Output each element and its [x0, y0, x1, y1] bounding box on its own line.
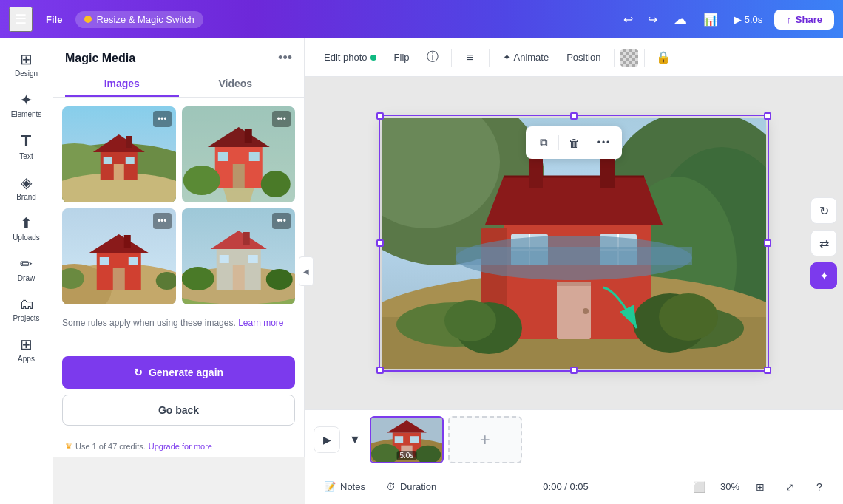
duration-button[interactable]: ▶ 5.0s: [728, 11, 769, 28]
animate-icon: ✦: [503, 52, 511, 63]
lock-button[interactable]: 🔒: [651, 45, 676, 70]
sidebar-item-design[interactable]: ⊞ Design: [3, 44, 50, 84]
save-icon[interactable]: ☁: [668, 8, 693, 30]
svg-rect-57: [529, 158, 543, 188]
filmstrip-item-1[interactable]: 5.0s: [370, 416, 444, 463]
panel-title: Magic Media: [65, 52, 135, 65]
undo-button[interactable]: ↩: [619, 10, 637, 30]
image-card-3[interactable]: •••: [62, 208, 176, 304]
refresh-icon: ↻: [819, 204, 829, 218]
arrow-pointer: [596, 284, 655, 343]
sidebar-item-elements[interactable]: ✦ Elements: [3, 85, 50, 124]
image-card-3-more[interactable]: •••: [153, 213, 172, 229]
generate-again-button[interactable]: ↻ Generate again: [62, 356, 295, 389]
menu-icon[interactable]: ☰: [9, 7, 33, 32]
svg-rect-8: [104, 157, 112, 164]
fab-divider: [558, 135, 559, 150]
text-icon: T: [21, 132, 31, 151]
sidebar-label-projects: Projects: [13, 314, 39, 322]
image-card-2-more[interactable]: •••: [272, 111, 291, 127]
share-button[interactable]: ↑ Share: [774, 10, 834, 30]
position-label: Position: [566, 52, 600, 63]
filmstrip-add-button[interactable]: Add page +: [448, 416, 522, 463]
svg-rect-81: [395, 436, 404, 443]
panel-buttons: ↻ Generate again Go back: [53, 347, 304, 435]
more-icon: •••: [597, 137, 612, 148]
info-button[interactable]: ⓘ: [420, 45, 445, 70]
topbar: ☰ File Resize & Magic Switch ↩ ↪ ☁ 📊 ▶ 5…: [0, 0, 843, 38]
analytics-icon[interactable]: 📊: [699, 10, 722, 30]
tab-images[interactable]: Images: [65, 72, 179, 97]
more-options-button[interactable]: •••: [592, 131, 616, 154]
help-button[interactable]: ?: [808, 475, 831, 499]
image-card-1[interactable]: •••: [62, 106, 176, 202]
menu-button[interactable]: ≡: [458, 45, 483, 70]
canvas-viewport[interactable]: ⧉ 🗑 ••• ↻ ⇄: [305, 77, 843, 409]
svg-rect-82: [410, 436, 419, 443]
learn-more-link[interactable]: Learn more: [238, 318, 283, 328]
play-icon: ▶: [734, 14, 742, 25]
duration-label: 5.0s: [745, 14, 763, 25]
expand-button[interactable]: ⤢: [778, 475, 802, 499]
svg-rect-37: [243, 232, 249, 245]
svg-rect-38: [232, 265, 244, 290]
apps-icon: ⊞: [20, 336, 33, 353]
animate-button[interactable]: ✦ Animate: [495, 47, 557, 67]
duplicate-button[interactable]: ⧉: [532, 131, 555, 154]
panel-collapse-button[interactable]: ◀: [299, 256, 314, 286]
timeline: ▶ ▼: [305, 409, 843, 469]
redo-button[interactable]: ↪: [643, 10, 662, 30]
upgrade-link[interactable]: Upgrade for more: [149, 442, 212, 451]
image-card-1-more[interactable]: •••: [153, 111, 172, 127]
sidebar-item-brand[interactable]: ◈ Brand: [3, 168, 50, 207]
flip-label: Flip: [394, 52, 410, 63]
grid-button[interactable]: ⊞: [748, 475, 772, 499]
delete-button[interactable]: 🗑: [562, 131, 586, 154]
resize-magic-button[interactable]: Resize & Magic Switch: [75, 11, 203, 28]
edit-photo-label: Edit photo: [324, 52, 368, 63]
svg-point-72: [659, 293, 718, 341]
svg-rect-74: [456, 247, 692, 265]
image-card-4-more[interactable]: •••: [272, 213, 291, 229]
projects-icon: 🗂: [19, 296, 34, 313]
notes-button[interactable]: 📝 Notes: [316, 477, 373, 497]
elements-icon: ✦: [20, 91, 33, 109]
sidebar-item-draw[interactable]: ✏ Draw: [3, 249, 50, 288]
edit-photo-button[interactable]: Edit photo: [316, 47, 384, 67]
position-button[interactable]: Position: [559, 47, 608, 67]
sidebar-label-text: Text: [19, 152, 33, 160]
play-icon: ▶: [323, 434, 331, 446]
sidebar-item-text[interactable]: T Text: [3, 126, 50, 166]
swap-button[interactable]: ⇄: [810, 230, 837, 256]
crown-icon: ♛: [65, 441, 72, 451]
screen-button[interactable]: ⬜: [688, 475, 711, 499]
play-button[interactable]: ▶: [314, 426, 340, 453]
page-toggle-button[interactable]: ▼: [346, 430, 364, 449]
panel-more-button[interactable]: •••: [278, 50, 292, 66]
refresh-button[interactable]: ↻: [810, 197, 837, 224]
duration-button[interactable]: ⏱ Duration: [379, 477, 444, 497]
resize-magic-label: Resize & Magic Switch: [96, 14, 194, 25]
bottom-bar: 📝 Notes ⏱ Duration 0:00 / 0:05 ⬜ 30% ⊞ ⤢…: [305, 469, 843, 504]
sidebar-item-projects[interactable]: 🗂 Projects: [3, 290, 50, 328]
svg-rect-31: [129, 257, 138, 265]
file-button[interactable]: File: [38, 11, 70, 28]
magic-button[interactable]: ✦: [810, 262, 837, 289]
svg-point-20: [260, 171, 290, 197]
sidebar-item-uploads[interactable]: ⬆ Uploads: [3, 208, 50, 248]
filmstrip-duration-1: 5.0s: [396, 451, 416, 460]
image-card-4[interactable]: •••: [182, 208, 296, 304]
svg-point-42: [265, 269, 292, 290]
sidebar-item-apps[interactable]: ⊞ Apps: [3, 330, 50, 369]
duplicate-icon: ⧉: [540, 136, 548, 149]
transparency-button[interactable]: [620, 49, 638, 67]
draw-icon: ✏: [20, 255, 33, 273]
duration-icon: ⏱: [386, 481, 396, 492]
svg-rect-60: [557, 282, 591, 286]
image-card-2[interactable]: •••: [182, 106, 296, 202]
tab-videos[interactable]: Videos: [179, 72, 293, 97]
grid-icon: ⊞: [756, 481, 765, 493]
go-back-button[interactable]: Go back: [62, 395, 295, 426]
flip-button[interactable]: Flip: [387, 47, 417, 67]
credits-bar: ♛ Use 1 of 47 credits. Upgrade for more: [53, 435, 304, 457]
